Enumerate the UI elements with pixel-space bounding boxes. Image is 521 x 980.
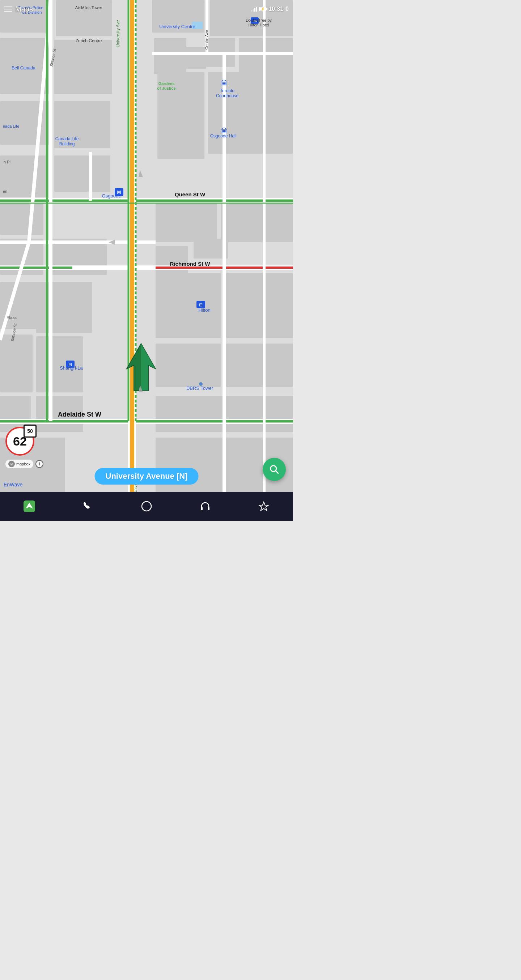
navigate-icon (24, 501, 35, 512)
svg-rect-6 (54, 40, 112, 94)
svg-text:Osgoode Hall: Osgoode Hall (210, 134, 237, 138)
svg-text:of Justice: of Justice (157, 86, 175, 91)
svg-text:DoubleTree by: DoubleTree by (246, 18, 272, 22)
mapbox-logo: ◎ mapbox (5, 460, 33, 468)
map-attribution: ◎ mapbox i (5, 460, 43, 468)
svg-rect-33 (0, 334, 33, 392)
phone-icon (82, 501, 94, 512)
svg-text:Hilton Hotel: Hilton Hotel (249, 23, 269, 27)
search-icon (269, 465, 279, 474)
svg-rect-35 (36, 336, 83, 392)
svg-text:Gardens: Gardens (158, 81, 175, 86)
svg-text:Toronto: Toronto (220, 88, 234, 93)
home-circle-icon (141, 501, 152, 512)
headphones-icon (199, 501, 211, 512)
search-fab-button[interactable] (263, 458, 286, 481)
app-title: Maps (15, 5, 33, 13)
status-right: ⚡ 10:31 0 (251, 6, 289, 12)
svg-rect-119 (201, 507, 202, 510)
speed-display: 50 62 (5, 427, 34, 456)
svg-text:en: en (3, 189, 7, 194)
speed-limit-badge: 50 (24, 425, 37, 438)
svg-text:⊟: ⊟ (199, 302, 202, 307)
svg-text:🏛: 🏛 (221, 79, 228, 87)
svg-line-115 (276, 471, 279, 474)
nav-item-favorites[interactable] (252, 498, 275, 515)
svg-rect-11 (154, 47, 206, 69)
svg-text:Courthouse: Courthouse (216, 93, 239, 99)
svg-text:Hilton: Hilton (198, 307, 210, 313)
speed-indicator: 50 62 (5, 427, 34, 456)
status-left: Maps (4, 5, 33, 13)
compass-icon: ◎ (8, 461, 15, 467)
svg-rect-120 (208, 507, 209, 510)
svg-text:DBRS Tower: DBRS Tower (186, 385, 213, 391)
svg-text:n Pl: n Pl (4, 160, 11, 164)
nav-item-phone[interactable] (76, 498, 99, 515)
mapbox-label: mapbox (16, 462, 30, 466)
svg-marker-121 (259, 502, 268, 511)
svg-text:Richmond St W: Richmond St W (170, 261, 210, 267)
svg-rect-18 (54, 156, 110, 192)
current-street-label: University Avenue [N] (106, 472, 188, 480)
nav-item-home[interactable] (135, 498, 158, 515)
time-display: 10:31 (268, 6, 283, 12)
svg-rect-20 (156, 201, 217, 242)
svg-text:Building: Building (59, 142, 75, 146)
svg-point-118 (142, 501, 151, 511)
svg-rect-36 (156, 344, 221, 387)
svg-rect-37 (226, 344, 293, 387)
svg-text:Shangri-La: Shangri-La (60, 365, 83, 371)
battery-icon: ⚡ (259, 7, 266, 11)
svg-rect-31 (226, 273, 293, 338)
star-icon (258, 501, 269, 512)
svg-text:Centre Ave: Centre Ave (204, 30, 209, 49)
svg-point-114 (271, 466, 276, 472)
bottom-nav (0, 492, 293, 521)
svg-text:Adelaide St W: Adelaide St W (58, 411, 101, 418)
enwave-label: EnWave (4, 482, 22, 487)
svg-text:Queen St W: Queen St W (175, 191, 206, 197)
svg-text:Bell Canada: Bell Canada (11, 65, 35, 70)
svg-text:Plaza: Plaza (6, 315, 17, 320)
info-button[interactable]: i (35, 460, 43, 468)
status-bar: Maps ⚡ 10:31 0 (0, 0, 293, 18)
svg-text:University Ave: University Ave (115, 20, 121, 48)
signal-icon (251, 6, 257, 11)
svg-text:Zurich Centre: Zurich Centre (76, 38, 102, 43)
nav-item-headphones[interactable] (194, 498, 217, 515)
svg-rect-19 (0, 201, 43, 235)
svg-text:Canada Life: Canada Life (55, 136, 79, 142)
current-street-banner: University Avenue [N] (95, 468, 199, 485)
svg-rect-30 (156, 273, 221, 338)
hamburger-menu-button[interactable] (4, 6, 12, 11)
wifi-icon: 0 (285, 6, 289, 12)
map-container[interactable]: M 🛏 ⊟ ⊟ 🏛 🏛 University Centre Toronto Po… (0, 0, 293, 492)
svg-rect-21 (221, 201, 293, 242)
svg-text:Osgoode: Osgoode (102, 193, 121, 199)
svg-text:University Centre: University Centre (159, 24, 195, 29)
nav-item-navigate[interactable] (18, 498, 41, 515)
svg-text:nada Life: nada Life (3, 124, 19, 128)
svg-rect-34 (36, 282, 92, 333)
svg-rect-24 (156, 246, 188, 275)
